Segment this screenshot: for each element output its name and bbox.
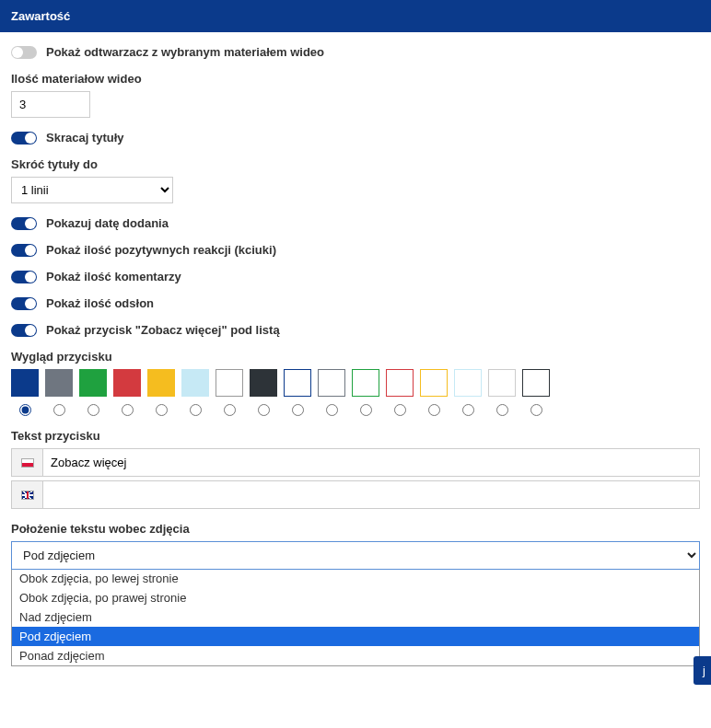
color-swatch-radio[interactable]	[87, 404, 99, 416]
text-position-option[interactable]: Pod zdjęciem	[12, 627, 699, 646]
text-position-option[interactable]: Obok zdjęcia, po prawej stronie	[12, 588, 699, 607]
button-text-row-pl	[11, 448, 700, 477]
toggle-shorten-titles-label: Skracaj tytuły	[46, 131, 124, 144]
video-count-label: Ilość materiałow wideo	[11, 72, 700, 86]
text-position-select[interactable]: Pod zdjęciem	[11, 541, 700, 570]
color-swatch-radio[interactable]	[224, 404, 236, 416]
text-position-option[interactable]: Nad zdjęciem	[12, 607, 699, 627]
color-swatch-radio[interactable]	[394, 404, 406, 416]
text-position-label: Położenie tekstu wobec zdjęcia	[11, 522, 700, 536]
color-swatch[interactable]	[79, 369, 107, 397]
toggle-show-date-label: Pokazuj datę dodania	[46, 216, 169, 230]
color-swatch-radio[interactable]	[496, 404, 508, 416]
flag-gb-icon	[12, 481, 43, 508]
shorten-to-select[interactable]: 1 linii	[11, 177, 173, 203]
button-text-label: Tekst przycisku	[11, 429, 700, 443]
color-swatch[interactable]	[386, 369, 414, 397]
color-swatch[interactable]	[113, 369, 141, 397]
color-swatch[interactable]	[250, 369, 277, 397]
color-swatch-radio[interactable]	[326, 404, 338, 416]
color-swatch[interactable]	[147, 369, 175, 397]
video-count-input[interactable]	[11, 91, 90, 118]
save-button-partial[interactable]: j	[694, 656, 711, 685]
color-swatch[interactable]	[454, 369, 482, 397]
color-swatch[interactable]	[216, 369, 243, 397]
toggle-show-views-label: Pokaż ilość odsłon	[46, 296, 154, 310]
color-swatch-radio[interactable]	[292, 404, 304, 416]
color-swatch[interactable]	[522, 369, 550, 397]
save-button-tail: j	[703, 664, 705, 677]
color-swatch[interactable]	[420, 369, 448, 397]
color-swatch-radio[interactable]	[156, 404, 168, 416]
toggle-shorten-titles[interactable]	[11, 132, 37, 144]
toggle-show-reactions-label: Pokaż ilość pozytywnych reakcji (kciuki)	[46, 243, 276, 257]
color-swatch-radio[interactable]	[19, 404, 31, 416]
color-swatch-radio[interactable]	[462, 404, 474, 416]
flag-pl-icon	[12, 449, 43, 476]
color-swatch-radio[interactable]	[190, 404, 202, 416]
color-swatch[interactable]	[181, 369, 209, 397]
toggle-show-player-label: Pokaż odtwarzacz z wybranym materiałem w…	[46, 45, 324, 59]
text-position-dropdown: Obok zdjęcia, po lewej stronieObok zdjęc…	[11, 569, 700, 666]
toggle-show-date[interactable]	[11, 217, 37, 230]
panel-title: Zawartość	[11, 9, 70, 23]
toggle-show-player[interactable]	[11, 46, 37, 59]
swatch-row	[11, 369, 700, 397]
toggle-show-comments-label: Pokaż ilość komentarzy	[46, 270, 181, 283]
toggle-show-comments[interactable]	[11, 271, 37, 283]
toggle-show-more-button[interactable]	[11, 324, 37, 337]
toggle-show-reactions[interactable]	[11, 244, 37, 257]
swatch-radio-row	[11, 404, 700, 416]
color-swatch-radio[interactable]	[258, 404, 270, 416]
toggle-show-views[interactable]	[11, 297, 37, 310]
color-swatch[interactable]	[45, 369, 73, 397]
color-swatch[interactable]	[488, 369, 516, 397]
color-swatch[interactable]	[352, 369, 379, 397]
color-swatch[interactable]	[284, 369, 311, 397]
button-text-input-pl[interactable]	[43, 449, 699, 476]
color-swatch-radio[interactable]	[530, 404, 542, 416]
text-position-option[interactable]: Ponad zdjęciem	[12, 646, 699, 665]
button-appearance-label: Wygląd przycisku	[11, 350, 700, 364]
color-swatch[interactable]	[11, 369, 39, 397]
toggle-show-more-button-label: Pokaż przycisk "Zobacz więcej" pod listą	[46, 323, 280, 337]
panel-content: Pokaż odtwarzacz z wybranym materiałem w…	[0, 32, 711, 703]
color-swatch-radio[interactable]	[360, 404, 372, 416]
color-swatch-radio[interactable]	[428, 404, 440, 416]
color-swatch-radio[interactable]	[53, 404, 65, 416]
button-text-row-en	[11, 480, 700, 509]
button-text-input-en[interactable]	[43, 481, 699, 508]
text-position-option[interactable]: Obok zdjęcia, po lewej stronie	[12, 569, 699, 588]
shorten-to-label: Skróć tytuły do	[11, 157, 700, 171]
color-swatch-radio[interactable]	[122, 404, 134, 416]
color-swatch[interactable]	[318, 369, 345, 397]
panel-header: Zawartość	[0, 0, 711, 32]
